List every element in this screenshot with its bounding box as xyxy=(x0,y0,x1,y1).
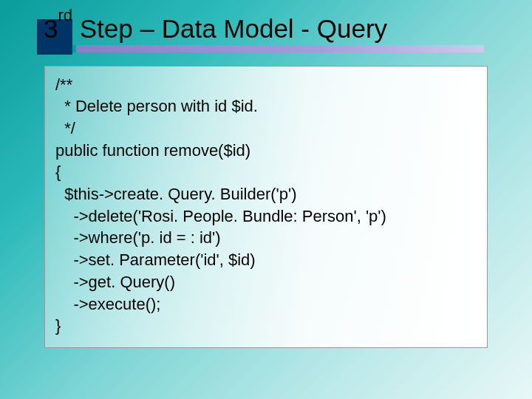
title-superscript: rd xyxy=(58,6,72,24)
code-line: ->delete('Rosi. People. Bundle: Person',… xyxy=(55,207,386,225)
code-line: ->get. Query() xyxy=(55,273,175,291)
code-line: { xyxy=(55,163,61,181)
title-underline xyxy=(41,45,484,52)
code-line: $this->create. Query. Builder('p') xyxy=(55,185,297,203)
code-line: ->where('p. id = : id') xyxy=(55,228,221,247)
title-area: 3rd Step – Data Model - Query xyxy=(37,13,510,52)
title-rest: Step – Data Model - Query xyxy=(72,14,387,43)
underline-purple xyxy=(76,45,484,52)
slide-title: 3rd Step – Data Model - Query xyxy=(39,13,387,44)
code-line: /** xyxy=(55,75,72,94)
code-line: } xyxy=(55,316,61,335)
code-line: ->set. Parameter('id', $id) xyxy=(55,250,256,269)
code-block: /** * Delete person with id $id. */ publ… xyxy=(44,66,488,348)
code-line: * Delete person with id $id. xyxy=(55,97,258,115)
code-line: public function remove($id) xyxy=(55,141,250,160)
code-line: */ xyxy=(55,119,75,137)
title-ordinal: 3 xyxy=(44,14,58,43)
code-line: ->execute(); xyxy=(55,295,160,313)
slide: 3rd Step – Data Model - Query /** * Dele… xyxy=(37,13,510,348)
